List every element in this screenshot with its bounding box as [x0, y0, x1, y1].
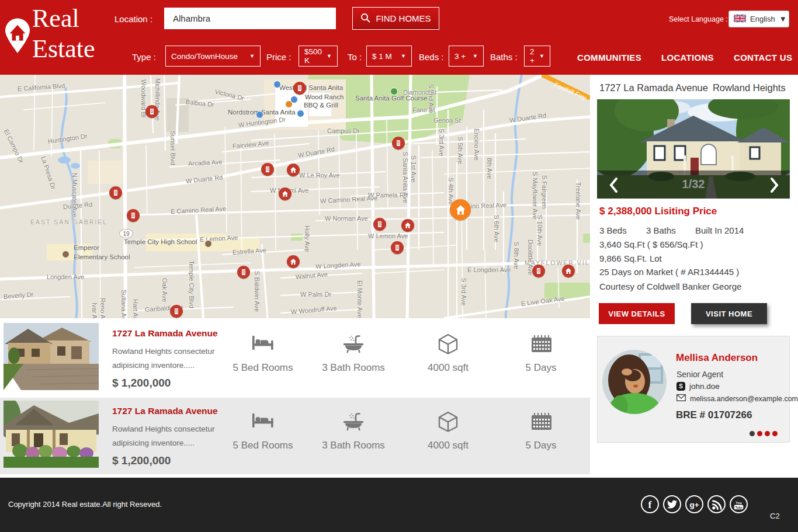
mall-poi-icon[interactable] — [273, 81, 281, 88]
map-street-label: Sunset Blvd — [169, 131, 176, 165]
listing-title[interactable]: 1727 La Ramada Avenue — [112, 406, 218, 416]
property-marker[interactable] — [237, 266, 250, 279]
location-input[interactable] — [164, 8, 336, 29]
listing-desc-line2: adipisicing inventore..... — [112, 361, 195, 370]
find-homes-button[interactable]: FIND HOMES — [352, 7, 439, 30]
listing-beds: 5 Bed Rooms — [219, 320, 307, 374]
school-poi-icon[interactable] — [62, 251, 70, 258]
site-logo[interactable]: Real Estate — [32, 4, 95, 64]
mall-poi-icon[interactable] — [297, 110, 304, 117]
nav-contact-us[interactable]: CONTACT US — [734, 53, 792, 62]
skype-icon: S — [676, 382, 685, 391]
property-marker[interactable] — [287, 255, 300, 268]
header: Real Estate Location : FIND HOMES Select… — [0, 0, 798, 75]
map-street-label: W Palm Dr — [300, 291, 331, 298]
nav-communities[interactable]: COMMUNITIES — [577, 53, 641, 62]
map-pin-logo-icon[interactable] — [5, 18, 30, 55]
map-street-label: Hart Ave — [132, 299, 139, 318]
google-plus-icon[interactable]: g+ — [685, 495, 703, 513]
agent-email: melissa.anderson@example.com — [690, 395, 798, 403]
agent-role: Senior Agent — [676, 370, 723, 379]
carousel-dot[interactable] — [757, 431, 762, 436]
twitter-icon[interactable] — [663, 495, 681, 513]
lot-line: 9,866 Sq.Ft. Lot — [599, 253, 662, 263]
property-address: 1727 La Ramada Avenue — [599, 82, 708, 93]
property-marker[interactable] — [391, 241, 404, 254]
property-marker[interactable] — [293, 82, 306, 95]
school-poi-icon[interactable] — [204, 240, 212, 248]
dropdown-caret-icon: ▼ — [473, 53, 478, 59]
carousel-dot[interactable] — [750, 431, 755, 436]
map-street-label: S Fairgreen — [541, 175, 548, 208]
carousel-prev-button[interactable] — [609, 177, 618, 196]
dropdown-caret-icon: ▼ — [539, 53, 544, 59]
view-details-button[interactable]: VIEW DETAILS — [599, 303, 675, 324]
map-street-label: BBQ & Grill — [304, 102, 338, 109]
agent-skype: john.doe — [689, 382, 720, 391]
map-street-label: Wood Ranch — [305, 93, 344, 100]
map-street-label: S Santa Anita Ave — [402, 152, 409, 203]
property-marker[interactable] — [532, 265, 545, 277]
bed-icon — [219, 411, 307, 435]
property-marker[interactable] — [401, 219, 414, 232]
baths-filter-label: Baths : — [490, 52, 518, 62]
map-street-label: S Mayflower Ave — [532, 172, 539, 220]
map-street-label: Westfield Santa Anita — [279, 84, 343, 91]
property-marker[interactable] — [392, 137, 405, 149]
visit-home-button[interactable]: VISIT HOME — [691, 303, 767, 324]
listing-row[interactable]: 1727 La Ramada Avenue Rowland Heights co… — [0, 398, 590, 474]
bed-icon — [219, 333, 307, 357]
map-street-label: S 1st Ave — [410, 155, 417, 182]
select-language-label: Select Language : — [669, 15, 728, 23]
map-street-label: Campus Dr — [327, 127, 360, 134]
youtube-icon[interactable]: YouTube — [730, 495, 748, 513]
selected-property-marker[interactable] — [450, 199, 471, 220]
carousel-dot[interactable] — [772, 431, 778, 436]
map-street-label: S 5th Ave — [457, 137, 464, 164]
map-street-label: Genoa St — [433, 117, 460, 124]
search-icon — [360, 13, 370, 25]
nav-locations[interactable]: LOCATIONS — [661, 53, 714, 62]
property-marker[interactable] — [127, 209, 140, 222]
property-marker[interactable] — [287, 164, 300, 176]
facebook-icon[interactable]: f — [641, 495, 659, 513]
listing-row[interactable]: 1727 La Ramada Avenue Rowland Heights co… — [0, 320, 590, 397]
calendar-icon — [497, 411, 585, 435]
rss-icon[interactable] — [707, 495, 726, 513]
beds-filter-dropdown[interactable]: 3 +▼ — [449, 46, 484, 67]
property-marker[interactable] — [279, 187, 292, 200]
property-marker[interactable] — [562, 265, 575, 277]
map-street-label: El Monte Ave — [356, 280, 363, 318]
listing-desc-line1: Rowland Heights consectetur — [112, 425, 215, 433]
listing-days: 5 Days — [497, 320, 585, 374]
listing-sqft: 4000 sqft — [404, 320, 492, 374]
price-filter-dropdown[interactable]: $500 K▼ — [299, 46, 338, 67]
cube-icon — [404, 333, 492, 357]
svg-text:Tube: Tube — [735, 506, 742, 509]
baths-filter-dropdown[interactable]: 2 +▼ — [524, 46, 550, 67]
listing-title[interactable]: 1727 La Ramada Avenue — [112, 328, 218, 339]
type-filter-label: Type : — [132, 52, 156, 62]
food-poi-icon[interactable] — [285, 100, 293, 108]
carousel-overlay — [597, 171, 790, 199]
type-filter-dropdown[interactable]: Condo/TownHouse▼ — [165, 46, 261, 67]
property-marker[interactable] — [261, 163, 274, 176]
map-street-label: Reno Ave — [99, 298, 106, 318]
language-select[interactable]: English ▼ — [728, 11, 789, 27]
property-marker[interactable] — [109, 186, 122, 199]
chevron-down-icon: ▼ — [779, 15, 787, 23]
golf-poi-icon[interactable] — [390, 88, 398, 95]
listing-price: $ 2,388,000 Lisiting Price — [599, 206, 717, 217]
property-marker[interactable] — [170, 305, 183, 318]
agent-email-row[interactable]: melissa.anderson@example.com — [676, 394, 798, 403]
mall-poi-icon[interactable] — [256, 111, 263, 119]
map-canvas[interactable]: 19 E California BlvdVictoria DrBalboa Dr… — [0, 75, 590, 318]
footer: Copyright 2014 Real estate.All right Res… — [0, 478, 798, 532]
property-marker[interactable] — [373, 218, 386, 231]
carousel-next-button[interactable] — [770, 177, 779, 196]
price-to-dropdown[interactable]: $ 1 M▼ — [366, 46, 412, 67]
carousel-dot[interactable] — [765, 431, 770, 436]
property-marker[interactable] — [145, 105, 158, 118]
map-street-label: Emperor — [74, 244, 99, 251]
agent-skype-row[interactable]: S john.doe — [676, 382, 720, 391]
